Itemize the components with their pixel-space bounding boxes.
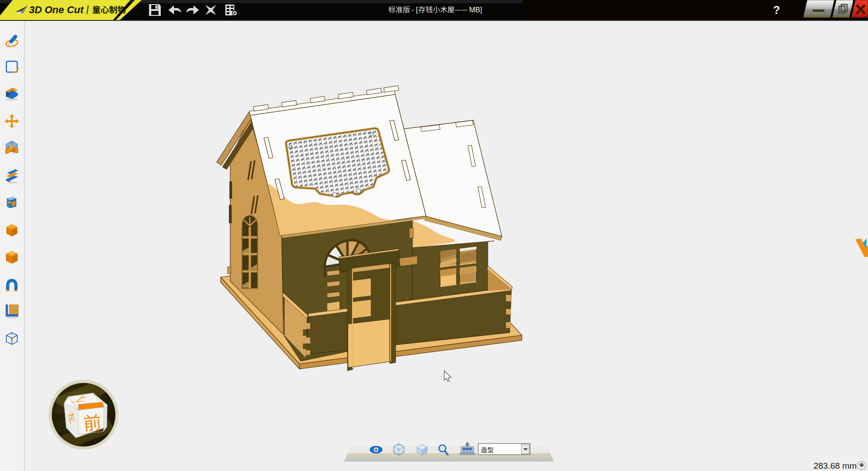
svg-text:3D One Cut: 3D One Cut bbox=[29, 4, 84, 15]
svg-text:?: ? bbox=[773, 4, 780, 16]
svg-text:283.68 mm: 283.68 mm bbox=[813, 461, 857, 471]
svg-text:MB]: MB] bbox=[469, 6, 482, 14]
svg-text:- [: - [ bbox=[412, 6, 418, 14]
